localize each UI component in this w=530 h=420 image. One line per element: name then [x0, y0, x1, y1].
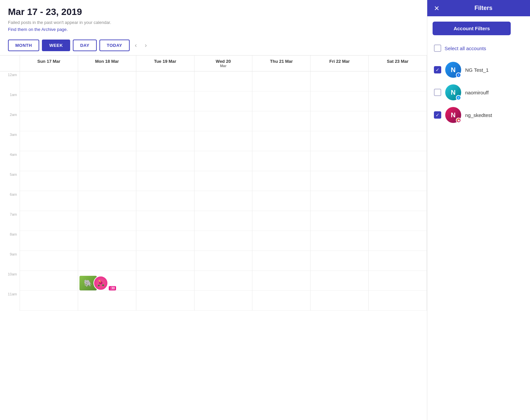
- cell-fri-3am[interactable]: [311, 131, 369, 151]
- prev-arrow[interactable]: ‹: [132, 41, 140, 50]
- cell-thu-5am[interactable]: [252, 171, 311, 191]
- cell-fri-5am[interactable]: [311, 171, 369, 191]
- cell-mon-7am[interactable]: [78, 211, 136, 231]
- cell-tue-2am[interactable]: [136, 111, 195, 131]
- cell-sun-4am[interactable]: [20, 151, 78, 171]
- cell-fri-6am[interactable]: [311, 191, 369, 211]
- cell-fri-12am[interactable]: [311, 71, 369, 91]
- cell-wed-5am[interactable]: [195, 171, 253, 191]
- today-button[interactable]: TODAY: [99, 40, 130, 51]
- cell-sun-2am[interactable]: [20, 111, 78, 131]
- cell-tue-7am[interactable]: [136, 211, 195, 231]
- cell-sun-9am[interactable]: [20, 251, 78, 271]
- cell-sat-1am[interactable]: [369, 91, 427, 111]
- cell-sat-8am[interactable]: [369, 231, 427, 251]
- cell-mon-6am[interactable]: [78, 191, 136, 211]
- cell-sun-6am[interactable]: [20, 191, 78, 211]
- cell-thu-10am[interactable]: [252, 271, 311, 291]
- archive-link[interactable]: Find them on the Archive page.: [8, 27, 68, 32]
- day-button[interactable]: DAY: [73, 40, 97, 51]
- cell-sat-3am[interactable]: [369, 131, 427, 151]
- cell-wed-7am[interactable]: [195, 211, 253, 231]
- cell-wed-10am[interactable]: [195, 271, 253, 291]
- cell-mon-12am[interactable]: [78, 71, 136, 91]
- cell-tue-11am[interactable]: [136, 291, 195, 311]
- account-checkbox-ng-skedtest[interactable]: ✓: [434, 111, 441, 119]
- cell-wed-4am[interactable]: [195, 151, 253, 171]
- cell-sun-5am[interactable]: [20, 171, 78, 191]
- cell-tue-5am[interactable]: [136, 171, 195, 191]
- cell-sat-4am[interactable]: [369, 151, 427, 171]
- cell-mon-11am[interactable]: [78, 291, 136, 311]
- cell-mon-3am[interactable]: [78, 131, 136, 151]
- cell-sat-11am[interactable]: [369, 291, 427, 311]
- close-button[interactable]: ✕: [434, 5, 440, 12]
- cell-mon-2am[interactable]: [78, 111, 136, 131]
- cell-mon-4am[interactable]: [78, 151, 136, 171]
- cell-fri-8am[interactable]: [311, 231, 369, 251]
- cell-sun-3am[interactable]: [20, 131, 78, 151]
- cell-mon-5am[interactable]: [78, 171, 136, 191]
- cell-wed-9am[interactable]: [195, 251, 253, 271]
- next-arrow[interactable]: ›: [142, 41, 150, 50]
- cell-wed-1am[interactable]: [195, 91, 253, 111]
- cell-mon-10am[interactable]: 🌺 :30: [78, 271, 136, 291]
- cell-sun-11am[interactable]: [20, 291, 78, 311]
- account-checkbox-naomirouff[interactable]: [434, 89, 441, 96]
- cell-sat-12am[interactable]: [369, 71, 427, 91]
- cell-fri-4am[interactable]: [311, 151, 369, 171]
- cell-sat-5am[interactable]: [369, 171, 427, 191]
- cell-fri-10am[interactable]: [311, 271, 369, 291]
- cell-thu-8am[interactable]: [252, 231, 311, 251]
- account-checkbox-ng-test1[interactable]: ✓: [434, 66, 441, 73]
- cell-fri-2am[interactable]: [311, 111, 369, 131]
- cell-fri-9am[interactable]: [311, 251, 369, 271]
- cell-tue-6am[interactable]: [136, 191, 195, 211]
- cell-mon-8am[interactable]: [78, 231, 136, 251]
- cell-wed-2am[interactable]: [195, 111, 253, 131]
- select-all-checkbox[interactable]: [434, 45, 441, 52]
- select-all-row[interactable]: Select all accounts: [433, 42, 525, 54]
- cell-sun-10am[interactable]: [20, 271, 78, 291]
- cell-thu-12am[interactable]: [252, 71, 311, 91]
- cell-tue-9am[interactable]: [136, 251, 195, 271]
- cell-wed-12am[interactable]: [195, 71, 253, 91]
- event-post[interactable]: 🌺 :30: [79, 276, 116, 290]
- event-time-badge[interactable]: :30: [109, 286, 116, 290]
- cell-tue-8am[interactable]: [136, 231, 195, 251]
- cell-sat-9am[interactable]: [369, 251, 427, 271]
- cell-tue-3am[interactable]: [136, 131, 195, 151]
- cell-thu-3am[interactable]: [252, 131, 311, 151]
- cell-thu-9am[interactable]: [252, 251, 311, 271]
- month-button[interactable]: MONTH: [8, 40, 39, 51]
- cell-sun-8am[interactable]: [20, 231, 78, 251]
- cell-thu-2am[interactable]: [252, 111, 311, 131]
- account-filters-button[interactable]: Account Filters: [433, 22, 511, 35]
- cell-mon-9am[interactable]: [78, 251, 136, 271]
- cell-sun-1am[interactable]: [20, 91, 78, 111]
- cell-thu-11am[interactable]: [252, 291, 311, 311]
- cell-sat-10am[interactable]: [369, 271, 427, 291]
- cell-tue-4am[interactable]: [136, 151, 195, 171]
- cell-mon-1am[interactable]: [78, 91, 136, 111]
- cell-tue-12am[interactable]: [136, 71, 195, 91]
- cell-wed-6am[interactable]: [195, 191, 253, 211]
- cell-thu-1am[interactable]: [252, 91, 311, 111]
- cell-fri-1am[interactable]: [311, 91, 369, 111]
- cell-wed-11am[interactable]: [195, 291, 253, 311]
- cell-thu-7am[interactable]: [252, 211, 311, 231]
- cell-thu-4am[interactable]: [252, 151, 311, 171]
- cell-sat-6am[interactable]: [369, 191, 427, 211]
- cell-sat-2am[interactable]: [369, 111, 427, 131]
- cell-sun-12am[interactable]: [20, 71, 78, 91]
- cell-wed-3am[interactable]: [195, 131, 253, 151]
- cell-tue-1am[interactable]: [136, 91, 195, 111]
- cell-sun-7am[interactable]: [20, 211, 78, 231]
- event-image-circle[interactable]: 🌺: [93, 276, 108, 290]
- cell-wed-8am[interactable]: [195, 231, 253, 251]
- cell-tue-10am[interactable]: [136, 271, 195, 291]
- cell-fri-11am[interactable]: [311, 291, 369, 311]
- cell-thu-6am[interactable]: [252, 191, 311, 211]
- cell-fri-7am[interactable]: [311, 211, 369, 231]
- week-button[interactable]: WEEK: [42, 40, 70, 51]
